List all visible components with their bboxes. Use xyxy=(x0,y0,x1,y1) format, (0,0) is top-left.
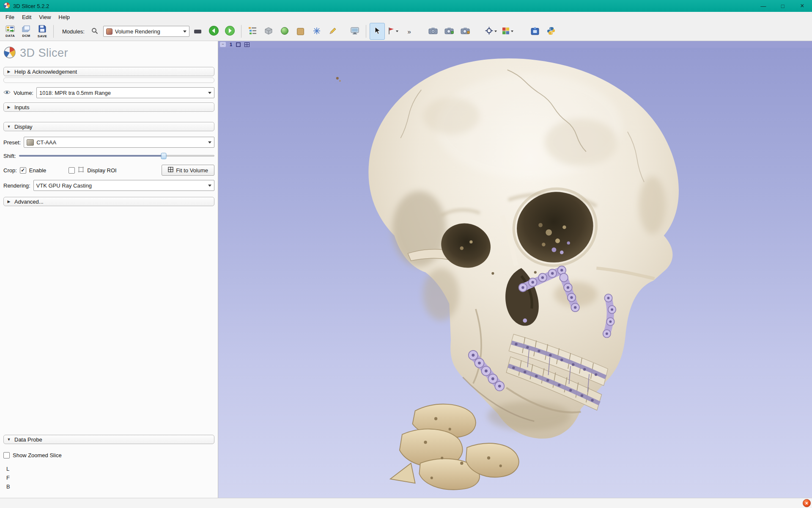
volume-rendering-module-icon xyxy=(106,28,112,35)
transforms-module-button[interactable] xyxy=(293,23,308,40)
previous-module-icon xyxy=(208,25,219,37)
menu-view[interactable]: View xyxy=(35,13,55,21)
probe-layer-label: L xyxy=(3,464,214,473)
slice-intersections-button[interactable] xyxy=(500,23,516,40)
python-icon xyxy=(547,27,555,36)
previous-module-button[interactable] xyxy=(206,23,222,40)
scene-view-button[interactable] xyxy=(442,23,457,40)
collapse-arrow-icon: ▼ xyxy=(7,124,11,129)
volume-row: Volume: 1018: MPR tra 0.5mm Range xyxy=(3,87,214,98)
chevron-down-icon[interactable] xyxy=(396,30,398,32)
load-dicom-button[interactable]: DCM xyxy=(19,23,34,40)
next-module-icon xyxy=(225,25,235,37)
menu-help[interactable]: Help xyxy=(55,13,74,21)
app-logo-icon xyxy=(3,2,10,10)
slicer-logo-icon xyxy=(3,46,16,60)
place-markups-button[interactable] xyxy=(386,23,401,40)
crop-enable-label[interactable]: Enable xyxy=(29,167,46,174)
minimize-button[interactable]: — xyxy=(754,0,773,12)
show-zoomed-checkbox[interactable] xyxy=(3,452,10,458)
restore-scene-view-button[interactable] xyxy=(458,23,473,40)
probe-background-label: B xyxy=(3,482,214,491)
extensions-manager-button[interactable] xyxy=(527,23,543,40)
menubar: File Edit View Help xyxy=(0,12,812,22)
maximize-button[interactable]: □ xyxy=(773,0,793,12)
view-maximize-button[interactable] xyxy=(236,42,241,47)
volumes-module-button[interactable] xyxy=(261,23,276,40)
module-history-button[interactable] xyxy=(190,23,206,40)
expand-arrow-icon: ▶ xyxy=(7,69,11,74)
data-probe-label: Data Probe xyxy=(14,436,42,443)
crop-label: Crop: xyxy=(3,167,17,174)
crosshair-icon xyxy=(485,27,493,36)
error-log-button[interactable]: × xyxy=(803,499,811,507)
pointer-mode-button[interactable] xyxy=(370,23,385,40)
pencil-icon xyxy=(329,27,337,36)
chevron-down-icon xyxy=(208,185,211,187)
crop-row: Crop: ✓ Enable Display ROI Fit to Volume xyxy=(3,165,214,176)
screenshot-button[interactable] xyxy=(425,23,441,40)
expand-arrow-icon: ▶ xyxy=(7,199,11,204)
show-zoomed-label[interactable]: Show Zoomed Slice xyxy=(13,452,62,458)
module-search-button[interactable] xyxy=(87,23,102,40)
slicer-logo: 3D Slicer xyxy=(3,44,214,61)
load-data-button[interactable]: DATA xyxy=(3,23,18,40)
chevron-down-icon[interactable] xyxy=(494,30,497,32)
close-button[interactable]: × xyxy=(793,0,812,12)
fit-to-volume-label: Fit to Volume xyxy=(176,167,208,174)
eye-icon xyxy=(3,90,11,96)
display-section-header[interactable]: ▼ Display xyxy=(3,122,214,131)
menu-edit[interactable]: Edit xyxy=(18,13,35,21)
menu-file[interactable]: File xyxy=(2,13,18,21)
threed-render-area[interactable] xyxy=(218,48,812,498)
main-content: 3D Slicer ▶ Help & Acknowledgement Volum… xyxy=(0,41,812,498)
module-panel: 3D Slicer ▶ Help & Acknowledgement Volum… xyxy=(0,41,218,498)
roi-box-icon xyxy=(78,166,84,174)
modules-label: Modules: xyxy=(62,28,85,35)
chevron-down-icon[interactable] xyxy=(511,30,513,32)
advanced-section-header[interactable]: ▶ Advanced... xyxy=(3,197,214,206)
toolbar-overflow-button[interactable]: » xyxy=(402,23,417,40)
subject-hierarchy-icon xyxy=(248,27,257,36)
volume-selector-combo[interactable]: 1018: MPR tra 0.5mm Range xyxy=(36,87,214,98)
inputs-section-header[interactable]: ▶ Inputs xyxy=(3,102,214,112)
sphere-icon xyxy=(280,27,289,36)
titlebar: 3D Slicer 5.2.2 — □ × xyxy=(0,0,812,12)
view-layout-grid-button[interactable] xyxy=(244,42,250,47)
save-scene-button[interactable]: SAVE xyxy=(35,23,50,40)
transforms-icon xyxy=(297,28,304,35)
cube-icon xyxy=(264,27,273,36)
layout-selector-button[interactable] xyxy=(347,23,362,40)
view-pin-button[interactable]: − xyxy=(220,42,226,47)
fit-to-volume-button[interactable]: Fit to Volume xyxy=(162,165,214,176)
chevron-down-icon xyxy=(208,92,211,94)
preset-label: Preset: xyxy=(3,139,21,146)
shift-slider[interactable] xyxy=(19,152,214,160)
slider-handle[interactable] xyxy=(161,153,166,159)
module-selector-value: Volume Rendering xyxy=(115,28,160,35)
models-module-button[interactable] xyxy=(277,23,292,40)
show-zoomed-row: Show Zoomed Slice xyxy=(3,451,214,459)
markups-module-button[interactable] xyxy=(309,23,324,40)
rendering-selector-combo[interactable]: VTK GPU Ray Casting xyxy=(33,180,214,191)
window-title: 3D Slicer 5.2.2 xyxy=(13,3,49,9)
toolbar-separator xyxy=(366,25,366,38)
python-console-button[interactable] xyxy=(543,23,559,40)
advanced-section-label: Advanced... xyxy=(14,199,44,205)
slider-fill xyxy=(19,155,164,157)
crop-enable-checkbox[interactable]: ✓ xyxy=(20,167,26,174)
display-roi-label[interactable]: Display ROI xyxy=(87,167,116,174)
module-selector-combo[interactable]: Volume Rendering xyxy=(103,26,189,37)
chevron-down-icon xyxy=(183,30,187,33)
preset-selector-combo[interactable]: CT-AAA xyxy=(24,137,214,148)
next-module-button[interactable] xyxy=(222,23,238,40)
crosshair-button[interactable] xyxy=(483,23,499,40)
display-roi-checkbox[interactable] xyxy=(69,167,75,174)
segment-editor-module-button[interactable] xyxy=(325,23,340,40)
help-section-header[interactable]: ▶ Help & Acknowledgement xyxy=(3,67,214,76)
skull-bone xyxy=(368,58,679,439)
data-probe-header[interactable]: ▼ Data Probe xyxy=(3,435,214,444)
data-module-button[interactable] xyxy=(245,23,260,40)
dicom-icon xyxy=(22,25,30,33)
fit-icon xyxy=(168,167,173,174)
